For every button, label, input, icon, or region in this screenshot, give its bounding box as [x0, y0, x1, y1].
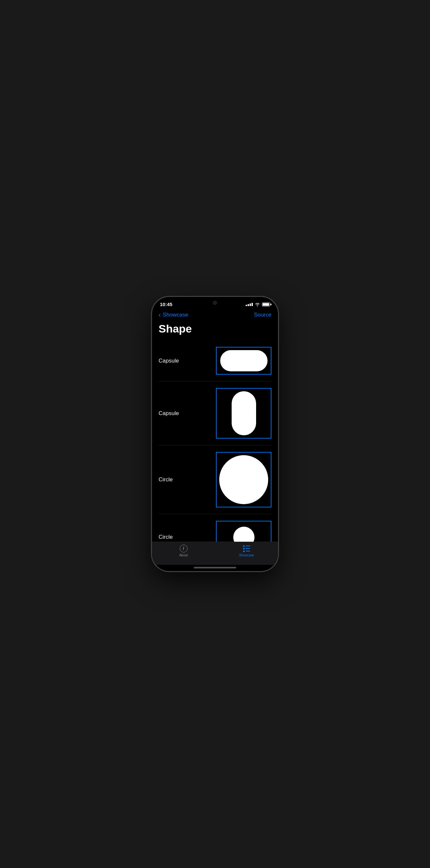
- nav-bar: ‹ Showcase Source: [152, 310, 278, 321]
- circle-small-shape: [233, 527, 254, 542]
- status-icons: [246, 303, 270, 306]
- shape-preview-circle-small: [216, 521, 271, 542]
- shape-label-circle-s: Circle: [159, 534, 173, 540]
- showcase-tab-label: Showcase: [239, 553, 254, 557]
- shape-label-capsule-h: Capsule: [159, 358, 179, 364]
- wifi-icon: [255, 303, 260, 306]
- shape-preview-circle-large: [216, 452, 271, 507]
- page-title-area: Shape: [152, 321, 278, 340]
- shape-preview-capsule-v: [216, 388, 271, 439]
- shape-row-capsule-v: Capsule: [159, 381, 271, 445]
- info-icon: i: [180, 545, 188, 553]
- about-tab-icon: i: [180, 545, 188, 553]
- capsule-vertical-shape: [232, 391, 256, 435]
- shape-row-capsule-h: Capsule: [159, 340, 271, 381]
- tab-about[interactable]: i About: [152, 545, 215, 557]
- shape-label-capsule-v: Capsule: [159, 410, 179, 417]
- home-indicator: [194, 567, 236, 568]
- showcase-tab-icon: [243, 545, 251, 553]
- list-icon: [243, 545, 250, 552]
- tab-showcase[interactable]: Showcase: [215, 545, 278, 557]
- screen: 10:45 ‹ Showcase Source: [152, 297, 278, 571]
- camera-dot: [213, 301, 217, 305]
- shape-label-circle-l: Circle: [159, 476, 173, 483]
- page-title: Shape: [159, 322, 192, 335]
- content-scroll[interactable]: Capsule Capsule Circle: [152, 340, 278, 542]
- shape-row-circle-large: Circle: [159, 445, 271, 514]
- status-time: 10:45: [160, 302, 172, 307]
- tab-bar: i About: [152, 542, 278, 565]
- phone-frame: 10:45 ‹ Showcase Source: [151, 296, 279, 572]
- circle-large-shape: [219, 455, 268, 504]
- shape-row-circle-small: Circle: [159, 514, 271, 542]
- about-tab-label: About: [179, 553, 188, 557]
- back-chevron-icon: ‹: [159, 311, 161, 318]
- battery-icon: [262, 303, 270, 306]
- source-button[interactable]: Source: [254, 312, 271, 318]
- back-button[interactable]: ‹ Showcase: [159, 311, 188, 318]
- back-label: Showcase: [163, 312, 188, 318]
- signal-icon: [246, 303, 253, 306]
- capsule-horizontal-shape: [220, 350, 268, 371]
- shape-preview-capsule-h: [216, 347, 271, 375]
